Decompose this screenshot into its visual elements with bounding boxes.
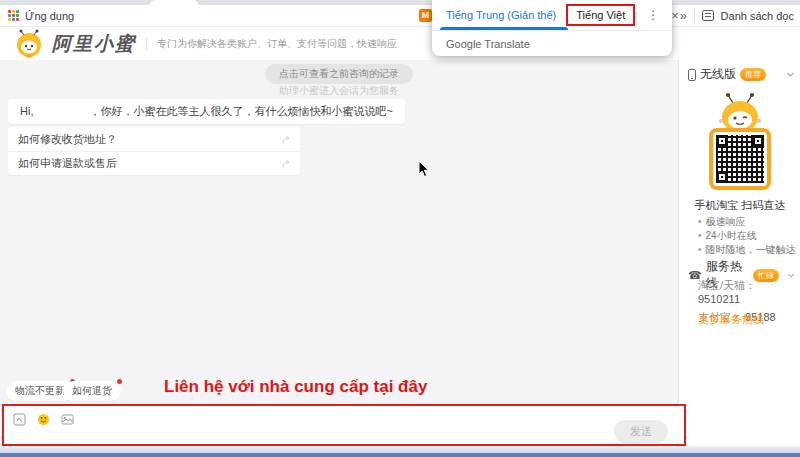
- m-favicon[interactable]: M: [419, 9, 432, 22]
- emoji-icon[interactable]: [36, 412, 51, 427]
- suggested-questions-card: 如何修改收货地址？ 如何申请退款或售后: [8, 127, 300, 175]
- bookmark-apps[interactable]: Ứng dụng: [8, 10, 74, 22]
- chevron-down-icon[interactable]: [786, 70, 795, 79]
- wireless-section-header[interactable]: 无线版 推荐: [688, 66, 795, 83]
- question-item[interactable]: 如何申请退款或售后: [8, 151, 300, 175]
- apps-grid-icon: [8, 10, 19, 21]
- chip-label: 物流不更新: [15, 385, 65, 396]
- divider: [146, 38, 147, 50]
- reading-list-label[interactable]: Danh sách đọc: [721, 10, 794, 22]
- tab-target-language[interactable]: Tiếng Việt: [566, 4, 635, 26]
- qr-code: [709, 128, 771, 190]
- system-note: 助理小蜜进入会话为您服务: [279, 84, 399, 98]
- reading-list-icon: [702, 10, 714, 21]
- ask-icon: [282, 159, 290, 168]
- benefit-item: 极速响应: [698, 216, 796, 227]
- bee-logo-icon: [14, 29, 44, 59]
- wireless-title: 无线版: [700, 66, 736, 83]
- greeting-message: Hi,，你好，小蜜在此等主人很久了，有什么烦恼快和小蜜说说吧~: [8, 99, 405, 124]
- menu-dots-icon[interactable]: ⋮: [647, 8, 659, 22]
- apps-label: Ứng dụng: [25, 10, 74, 22]
- benefit-item: 24小时在线: [698, 230, 796, 241]
- tab-source-language[interactable]: Tiếng Trung (Giản thể): [446, 9, 556, 21]
- composer-annotation-box: 发送: [2, 404, 686, 446]
- hotline-number: 9510211: [698, 293, 740, 305]
- question-item[interactable]: 如何修改收货地址？: [8, 127, 300, 151]
- close-icon[interactable]: ×: [671, 8, 679, 23]
- sidebar: 无线版 推荐 手机淘宝 扫码直达 极速响应 24小时在线 随时随地，一键触达 ☎…: [680, 60, 800, 447]
- image-icon[interactable]: [60, 412, 75, 427]
- hotline-label: 淘宝/天猫：: [698, 279, 756, 291]
- question-label: 如何申请退款或售后: [18, 156, 117, 171]
- bottom-taskbar-edge: [0, 446, 800, 457]
- wireless-badge: 推荐: [740, 68, 766, 81]
- screen: Ứng dụng M ệt bình l... » Danh sách đọc …: [0, 0, 800, 457]
- screenshot-icon[interactable]: [12, 412, 27, 427]
- question-label: 如何修改收货地址？: [18, 132, 117, 147]
- mouse-cursor-icon: [418, 160, 430, 178]
- chip-label: 如何退货: [72, 385, 112, 396]
- translate-brand: Google Translate: [432, 30, 672, 56]
- translate-tabs-row: Tiếng Trung (Giản thể) Tiếng Việt ⋮ ×: [432, 0, 672, 30]
- send-button[interactable]: 发送: [614, 420, 668, 443]
- message-input[interactable]: [12, 428, 604, 442]
- mobile-phone-icon: [688, 69, 696, 81]
- ask-icon: [282, 135, 290, 144]
- app-header: 阿里小蜜 专门为你解决各类账户、订单、支付等问题，快速响应: [0, 27, 800, 60]
- composer-toolbar: [12, 412, 75, 427]
- divider: [694, 9, 695, 22]
- qr-caption: 手机淘宝 扫码直达: [680, 198, 800, 213]
- active-tab-underline: [440, 27, 568, 30]
- app-tagline: 专门为你解决各类账户、订单、支付等问题，快速响应: [157, 37, 397, 51]
- notification-dot: [117, 379, 122, 384]
- more-bookmarks-chevron[interactable]: »: [680, 9, 687, 23]
- greeting-prefix: Hi,: [20, 105, 33, 117]
- history-pill[interactable]: 点击可查看之前咨询的记录: [265, 64, 413, 84]
- google-translate-popup: Tiếng Trung (Giản thể) Tiếng Việt ⋮ × Go…: [432, 0, 672, 56]
- bookmarks-bar: Ứng dụng M ệt bình l... » Danh sách đọc: [0, 5, 800, 27]
- quick-chip[interactable]: 如何退货: [63, 381, 121, 401]
- annotation-note: Liên hệ với nhà cung cấp tại đây: [164, 377, 427, 397]
- greeting-suffix: ，你好，小蜜在此等主人很久了，有什么烦恼快和小蜜说说吧~: [89, 105, 392, 117]
- more-hotlines-link[interactable]: 更多服务热线: [698, 312, 764, 327]
- app-logo-text: 阿里小蜜: [52, 31, 136, 57]
- wireless-benefits-list: 极速响应 24小时在线 随时随地，一键触达: [698, 216, 796, 258]
- hotline-row: 淘宝/天猫： 9510211: [698, 278, 800, 305]
- benefit-item: 随时随地，一键触达: [698, 244, 796, 255]
